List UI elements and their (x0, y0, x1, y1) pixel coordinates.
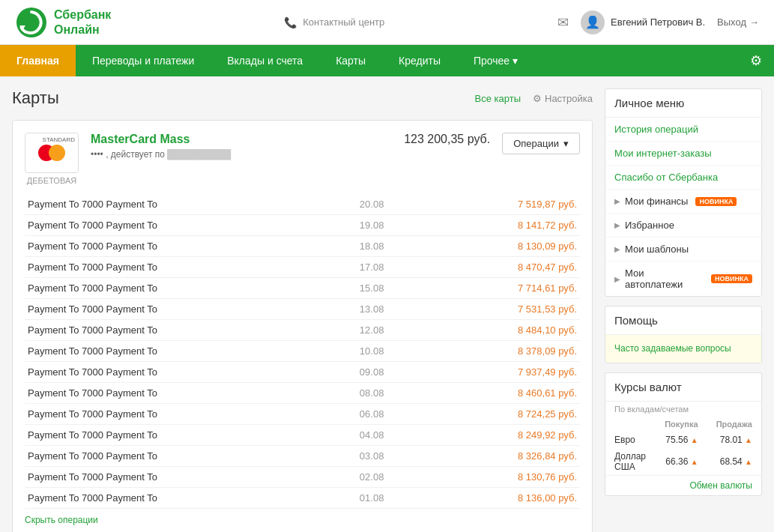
tx-date: 15.08 (330, 278, 414, 299)
table-row[interactable]: Payment To 7000 Payment To 08.08 8 460,6… (25, 383, 580, 404)
tx-description: Payment To 7000 Payment To (25, 446, 330, 467)
card-balance: 123 200,35 руб. (404, 133, 490, 146)
avatar: 👤 (581, 10, 605, 34)
all-cards-link[interactable]: Все карты (475, 93, 521, 104)
phone-icon: 📞 (284, 16, 297, 28)
tx-description: Payment To 7000 Payment To (25, 236, 330, 257)
sidebar-item-templates[interactable]: ▶ Мои шаблоны (605, 238, 761, 262)
up-icon: ▲ (691, 436, 698, 444)
sidebar-item-autopayments[interactable]: ▶ Мои автоплатежи НОВИНКА (605, 262, 761, 296)
currency-row: Евро 75.56 ▲ 78.01 ▲ (605, 432, 761, 448)
chevron-right-icon: ▶ (614, 197, 620, 205)
sidebar-item-orders[interactable]: Мои интернет-заказы (605, 142, 761, 166)
settings-link[interactable]: ⚙ Настройка (533, 93, 593, 104)
nav-item-more[interactable]: Прочее ▾ (457, 45, 534, 76)
nav-item-credits[interactable]: Кредиты (382, 45, 457, 76)
help-section: Помощь Часто задаваемые вопросы (605, 306, 762, 363)
tx-amount: 8 460,61 руб. (414, 383, 580, 404)
help-title: Помощь (605, 306, 761, 335)
table-row[interactable]: Payment To 7000 Payment To 19.08 8 141,7… (25, 215, 580, 236)
sidebar: Личное меню История операций Мои интерне… (605, 88, 762, 532)
tx-description: Payment To 7000 Payment To (25, 467, 330, 488)
tx-date: 08.08 (330, 383, 414, 404)
card-block: STANDARD ДЕБЕТОВАЯ MasterCard Mass •••• … (12, 120, 593, 532)
mail-icon[interactable]: ✉ (557, 14, 569, 31)
tx-date: 09.08 (330, 362, 414, 383)
gear-settings-icon: ⚙ (533, 93, 542, 104)
logo-area: Сбербанк Онлайн (15, 6, 111, 39)
nav-item-deposits[interactable]: Вклады и счета (211, 45, 319, 76)
tx-amount: 8 484,10 руб. (414, 320, 580, 341)
tx-description: Payment To 7000 Payment To (25, 488, 330, 509)
logout-button[interactable]: Выход → (717, 16, 759, 28)
table-row[interactable]: Payment To 7000 Payment To 17.08 8 470,4… (25, 257, 580, 278)
contact-center[interactable]: 📞 Контактный центр (284, 16, 384, 28)
table-row[interactable]: Payment To 7000 Payment To 20.08 7 519,8… (25, 194, 580, 215)
logout-label: Выход (717, 16, 746, 28)
card-image: STANDARD (25, 133, 79, 173)
tx-date: 10.08 (330, 341, 414, 362)
tx-amount: 8 249,92 руб. (414, 425, 580, 446)
tx-date: 17.08 (330, 257, 414, 278)
table-row[interactable]: Payment To 7000 Payment To 10.08 8 378,0… (25, 341, 580, 362)
logout-icon: → (749, 16, 759, 28)
logo-line2: Онлайн (54, 22, 111, 37)
tx-amount: 7 531,53 руб. (414, 299, 580, 320)
table-row[interactable]: Payment To 7000 Payment To 02.08 8 130,7… (25, 467, 580, 488)
logo-line1: Сбербанк (54, 7, 111, 22)
operations-button[interactable]: Операции ▾ (502, 133, 580, 154)
sidebar-item-favorites[interactable]: ▶ Избранное (605, 214, 761, 238)
up-icon: ▲ (745, 458, 752, 466)
nav-item-cards[interactable]: Карты (319, 45, 382, 76)
card-validity: , действует по (106, 149, 165, 160)
favorites-label: Избранное (625, 220, 674, 231)
table-row[interactable]: Payment To 7000 Payment To 09.08 7 937,4… (25, 362, 580, 383)
tx-amount: 7 937,49 руб. (414, 362, 580, 383)
tx-amount: 8 326,84 руб. (414, 446, 580, 467)
user-name: Евгений Петрович В. (611, 16, 705, 28)
table-row[interactable]: Payment To 7000 Payment To 13.08 7 531,5… (25, 299, 580, 320)
chevron-right-icon-2: ▶ (614, 221, 620, 229)
page-title: Карты (12, 88, 59, 108)
tx-description: Payment To 7000 Payment To (25, 383, 330, 404)
nav-item-transfers[interactable]: Переводы и платежи (76, 45, 211, 76)
card-details: MasterCard Mass •••• , действует по ████… (91, 133, 392, 160)
novinka-badge-2: НОВИНКА (711, 274, 752, 283)
table-row[interactable]: Payment To 7000 Payment To 04.08 8 249,9… (25, 425, 580, 446)
nav-item-home[interactable]: Главная (0, 45, 76, 76)
table-row[interactable]: Payment To 7000 Payment To 18.08 8 130,0… (25, 236, 580, 257)
sidebar-item-finances[interactable]: ▶ Мои финансы НОВИНКА (605, 190, 761, 214)
table-row[interactable]: Payment To 7000 Payment To 06.08 8 724,2… (25, 404, 580, 425)
chevron-right-icon-4: ▶ (614, 275, 620, 283)
settings-label: Настройка (545, 93, 593, 104)
faq-link[interactable]: Часто задаваемые вопросы (614, 343, 731, 354)
table-row[interactable]: Payment To 7000 Payment To 03.08 8 326,8… (25, 446, 580, 467)
currency-buy: 66.36 ▲ (656, 448, 707, 475)
table-row[interactable]: Payment To 7000 Payment To 01.08 8 136,0… (25, 488, 580, 509)
sidebar-item-history[interactable]: История операций (605, 118, 761, 142)
chevron-right-icon-3: ▶ (614, 245, 620, 253)
currency-buy: 75.56 ▲ (656, 432, 707, 448)
tx-description: Payment To 7000 Payment To (25, 194, 330, 215)
sidebar-item-spasibo[interactable]: Спасибо от Сбербанка (605, 166, 761, 190)
currency-col-name (605, 417, 656, 432)
card-standard-label: STANDARD (43, 136, 75, 143)
tx-amount: 7 519,87 руб. (414, 194, 580, 215)
card-name[interactable]: MasterCard Mass (91, 133, 392, 146)
finances-label: Мои финансы (625, 196, 688, 207)
tx-date: 04.08 (330, 425, 414, 446)
currency-sell: 68.54 ▲ (707, 448, 761, 475)
tx-description: Payment To 7000 Payment To (25, 341, 330, 362)
exchange-link[interactable]: Обмен валюты (605, 475, 761, 495)
content-area: Карты Все карты ⚙ Настройка STANDA (12, 88, 593, 532)
table-row[interactable]: Payment To 7000 Payment To 12.08 8 484,1… (25, 320, 580, 341)
hide-operations-link[interactable]: Скрыть операции (25, 515, 98, 525)
nav-gear-button[interactable]: ⚙ (738, 45, 774, 76)
table-row[interactable]: Payment To 7000 Payment To 15.08 7 714,6… (25, 278, 580, 299)
tx-description: Payment To 7000 Payment To (25, 362, 330, 383)
card-balance-area: 123 200,35 руб. Операции ▾ (404, 133, 580, 154)
tx-date: 19.08 (330, 215, 414, 236)
currency-subtitle: По вкладам/счетам (605, 402, 761, 417)
autopayments-label: Мои автоплатежи (625, 267, 704, 290)
tx-date: 01.08 (330, 488, 414, 509)
